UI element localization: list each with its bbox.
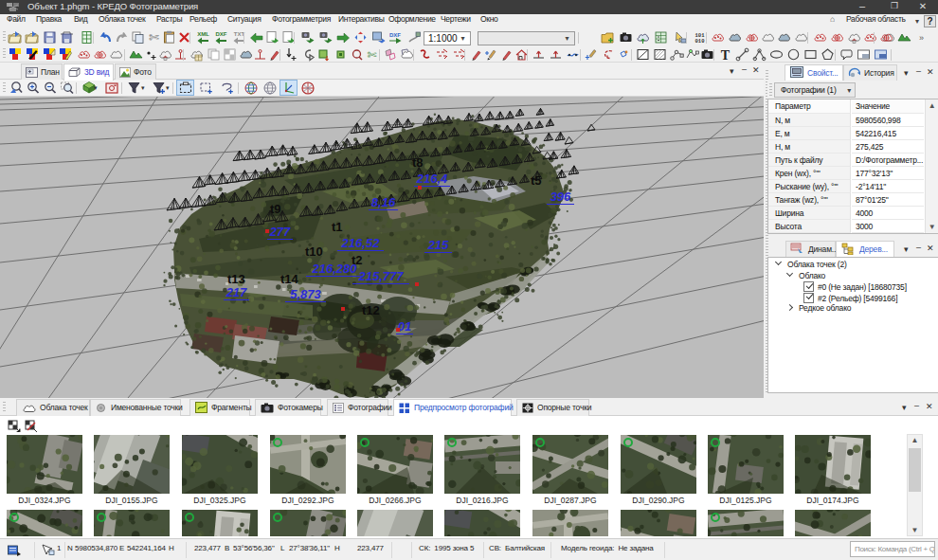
svg-text:DXF: DXF xyxy=(216,31,227,37)
svg-text:XML: XML xyxy=(197,31,209,37)
svg-text:T: T xyxy=(721,48,731,62)
svg-text:✄: ✄ xyxy=(367,48,376,62)
svg-text:DXF: DXF xyxy=(389,32,401,38)
svg-text:✄: ✄ xyxy=(149,30,159,45)
svg-text:010: 010 xyxy=(695,38,705,45)
